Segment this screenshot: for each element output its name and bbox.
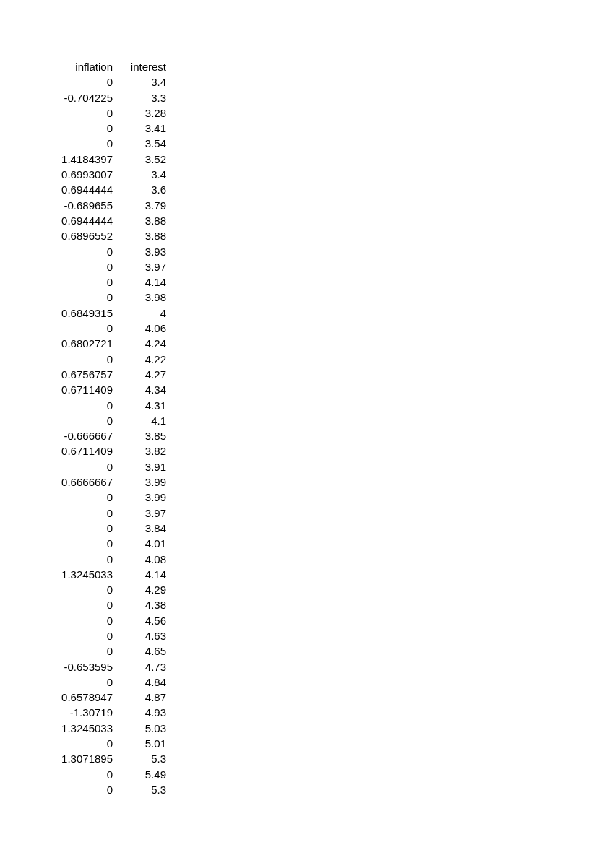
table-row: 0.66666673.99 <box>49 474 170 490</box>
table-row: 04.65 <box>49 643 170 659</box>
cell-interest: 3.97 <box>117 259 170 274</box>
cell-interest: 3.41 <box>117 121 170 136</box>
cell-inflation: 0.6756757 <box>49 367 117 382</box>
cell-inflation: 0 <box>49 413 117 428</box>
cell-interest: 3.84 <box>117 521 170 536</box>
table-row: -0.6896553.79 <box>49 198 170 213</box>
table-row: 03.97 <box>49 259 170 274</box>
data-table-container: inflation interest 03.4-0.7042253.303.28… <box>49 59 170 797</box>
cell-inflation: 0.6802721 <box>49 336 117 351</box>
cell-inflation: 0 <box>49 259 117 274</box>
table-row: 05.01 <box>49 736 170 751</box>
cell-interest: 5.3 <box>117 782 170 797</box>
cell-interest: 4.06 <box>117 321 170 336</box>
table-row: 04.1 <box>49 413 170 428</box>
cell-interest: 3.82 <box>117 443 170 459</box>
table-row: 05.49 <box>49 767 170 782</box>
cell-inflation: 0 <box>49 244 117 259</box>
cell-interest: 4.65 <box>117 643 170 659</box>
cell-interest: 3.99 <box>117 474 170 490</box>
table-row: 04.08 <box>49 552 170 567</box>
cell-interest: 5.03 <box>117 721 170 736</box>
cell-interest: 4.38 <box>117 597 170 612</box>
cell-interest: 3.85 <box>117 428 170 443</box>
cell-inflation: 0 <box>49 105 117 121</box>
table-row: 0.68027214.24 <box>49 336 170 351</box>
table-row: 03.54 <box>49 136 170 151</box>
cell-inflation: 0 <box>49 643 117 659</box>
cell-interest: 3.54 <box>117 136 170 151</box>
cell-interest: 3.99 <box>117 490 170 505</box>
cell-interest: 3.4 <box>117 74 170 90</box>
table-row: 03.28 <box>49 105 170 121</box>
cell-inflation: 0.6711409 <box>49 443 117 459</box>
cell-interest: 4.56 <box>117 613 170 628</box>
cell-inflation: 0 <box>49 536 117 551</box>
cell-inflation: 0.6711409 <box>49 382 117 397</box>
cell-inflation: 0.6896552 <box>49 228 117 243</box>
table-row: 05.3 <box>49 782 170 797</box>
table-row: -0.7042253.3 <box>49 90 170 105</box>
cell-interest: 3.3 <box>117 90 170 105</box>
cell-inflation: 0 <box>49 767 117 782</box>
cell-interest: 4.29 <box>117 582 170 597</box>
cell-interest: 5.3 <box>117 751 170 766</box>
cell-interest: 4.93 <box>117 705 170 720</box>
table-row: 04.31 <box>49 398 170 413</box>
cell-interest: 4.63 <box>117 628 170 643</box>
table-row: 04.29 <box>49 582 170 597</box>
table-row: 0.65789474.87 <box>49 690 170 705</box>
cell-inflation: 0.6993007 <box>49 167 117 182</box>
table-row: -0.6535954.73 <box>49 659 170 674</box>
cell-interest: 4.73 <box>117 659 170 674</box>
cell-inflation: -0.653595 <box>49 659 117 674</box>
table-row: 04.22 <box>49 352 170 367</box>
cell-inflation: 0.6666667 <box>49 474 117 490</box>
cell-interest: 3.88 <box>117 213 170 228</box>
table-row: 1.30718955.3 <box>49 751 170 766</box>
cell-interest: 3.91 <box>117 459 170 474</box>
cell-inflation: -0.666667 <box>49 428 117 443</box>
table-row: 04.01 <box>49 536 170 551</box>
table-row: 0.69444443.88 <box>49 213 170 228</box>
cell-interest: 4.24 <box>117 336 170 351</box>
cell-inflation: 0 <box>49 552 117 567</box>
cell-interest: 3.79 <box>117 198 170 213</box>
table-row: 0.68493154 <box>49 305 170 321</box>
cell-inflation: 1.4184397 <box>49 152 117 167</box>
table-row: 0.67567574.27 <box>49 367 170 382</box>
cell-interest: 3.88 <box>117 228 170 243</box>
cell-inflation: 0.6944444 <box>49 182 117 197</box>
cell-inflation: 0 <box>49 597 117 612</box>
table-row: 1.32450335.03 <box>49 721 170 736</box>
cell-inflation: -0.704225 <box>49 90 117 105</box>
cell-inflation: 0 <box>49 674 117 690</box>
cell-inflation: 0 <box>49 274 117 290</box>
cell-inflation: 1.3245033 <box>49 567 117 582</box>
cell-interest: 4.84 <box>117 674 170 690</box>
cell-inflation: 0 <box>49 290 117 305</box>
header-inflation: inflation <box>49 59 117 74</box>
table-row: 03.97 <box>49 505 170 521</box>
cell-inflation: 0 <box>49 136 117 151</box>
cell-inflation: 0 <box>49 613 117 628</box>
cell-interest: 4.31 <box>117 398 170 413</box>
header-row: inflation interest <box>49 59 170 74</box>
table-row: -0.6666673.85 <box>49 428 170 443</box>
cell-interest: 3.98 <box>117 290 170 305</box>
table-row: 0.69444443.6 <box>49 182 170 197</box>
cell-interest: 4.22 <box>117 352 170 367</box>
table-row: -1.307194.93 <box>49 705 170 720</box>
table-row: 04.14 <box>49 274 170 290</box>
table-row: 03.41 <box>49 121 170 136</box>
cell-inflation: -0.689655 <box>49 198 117 213</box>
cell-inflation: 0 <box>49 628 117 643</box>
cell-interest: 4.14 <box>117 274 170 290</box>
table-row: 03.4 <box>49 74 170 90</box>
table-row: 04.06 <box>49 321 170 336</box>
cell-interest: 4.01 <box>117 536 170 551</box>
cell-interest: 4.1 <box>117 413 170 428</box>
cell-inflation: 0.6578947 <box>49 690 117 705</box>
table-row: 04.63 <box>49 628 170 643</box>
cell-interest: 4.87 <box>117 690 170 705</box>
